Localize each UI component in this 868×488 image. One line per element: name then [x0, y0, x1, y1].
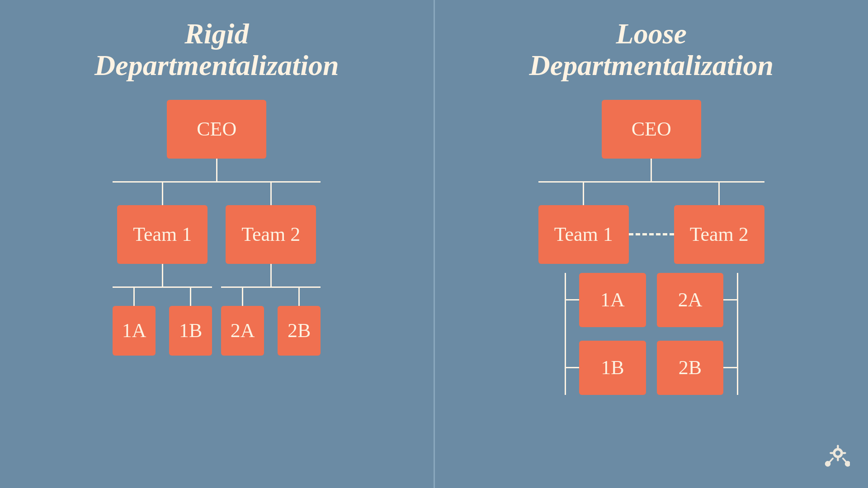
loose-1b-box: 1B: [579, 341, 646, 395]
rigid-1b-line: [190, 288, 191, 306]
loose-team2-col: Team 2: [674, 183, 764, 264]
loose-team1-box: Team 1: [538, 205, 629, 264]
rigid-team-branches: Team 1 1A 1B: [113, 183, 321, 356]
loose-ceo-box: CEO: [602, 100, 701, 159]
rigid-team1-down-line: [162, 264, 163, 286]
rigid-1a-box: 1A: [113, 306, 156, 356]
loose-team2-box: Team 2: [674, 205, 764, 264]
rigid-ceo-box: CEO: [167, 100, 266, 159]
loose-team2-up-line: [718, 183, 720, 205]
loose-1b-left-h: [566, 367, 580, 368]
rigid-1b-branch: 1B: [169, 288, 212, 356]
loose-left-v-line: [565, 273, 566, 395]
rigid-1a-line: [133, 288, 135, 306]
rigid-2b-branch: 2B: [278, 288, 321, 356]
rigid-team2-line-up: [270, 183, 272, 205]
loose-sub-row-2: 1B 2B: [534, 341, 769, 395]
loose-diagram: CEO Team 1 Team 2: [435, 100, 868, 395]
rigid-team2-branch: Team 2 2A 2B: [221, 183, 321, 356]
svg-line-8: [843, 459, 846, 462]
loose-2b-right-h: [723, 367, 737, 368]
rigid-2b-line: [298, 288, 300, 306]
rigid-1a-branch: 1A: [113, 288, 156, 356]
rigid-section: Rigid Departmentalization CEO Team 1: [0, 0, 434, 488]
loose-ceo-connector: [651, 159, 652, 181]
hubspot-logo: [818, 441, 850, 474]
loose-1a-box: 1A: [579, 273, 646, 327]
svg-point-1: [835, 450, 840, 455]
loose-teams-dashed-line: [629, 233, 674, 235]
svg-line-6: [830, 459, 833, 462]
loose-sub-area: 1A 2A 1B: [534, 273, 769, 395]
loose-1a-left-h: [566, 299, 580, 300]
rigid-team1-line-up: [162, 183, 163, 205]
loose-teams-row: Team 1 Team 2: [538, 183, 764, 264]
rigid-team2-box: Team 2: [226, 205, 316, 264]
rigid-team1-branch: Team 1 1A 1B: [113, 183, 212, 356]
loose-sub-row-1: 1A 2A: [534, 273, 769, 327]
loose-dashed-teams-connector: [629, 183, 674, 264]
rigid-2a-branch: 2A: [221, 288, 264, 356]
loose-team1-up-line: [583, 183, 584, 205]
svg-point-7: [825, 461, 831, 467]
rigid-2a-box: 2A: [221, 306, 264, 356]
rigid-title: Rigid Departmentalization: [94, 18, 339, 82]
rigid-diagram: CEO Team 1 1A: [0, 100, 434, 356]
loose-section: Loose Departmentalization CEO Team 1: [435, 0, 868, 488]
loose-right-v-line: [737, 273, 738, 395]
rigid-team1-sub-branches: 1A 1B: [113, 288, 212, 356]
rigid-2b-box: 2B: [278, 306, 321, 356]
rigid-team2-down-line: [270, 264, 272, 286]
loose-team1-col: Team 1: [538, 183, 629, 264]
rigid-2a-line: [242, 288, 243, 306]
loose-title: Loose Departmentalization: [529, 18, 774, 82]
rigid-team2-sub-branches: 2A 2B: [221, 288, 321, 356]
loose-2a-box: 2A: [657, 273, 724, 327]
rigid-1b-box: 1B: [169, 306, 212, 356]
loose-2b-box: 2B: [657, 341, 724, 395]
rigid-team1-box: Team 1: [117, 205, 208, 264]
loose-2a-right-h: [723, 299, 737, 300]
rigid-ceo-connector: [216, 159, 217, 181]
